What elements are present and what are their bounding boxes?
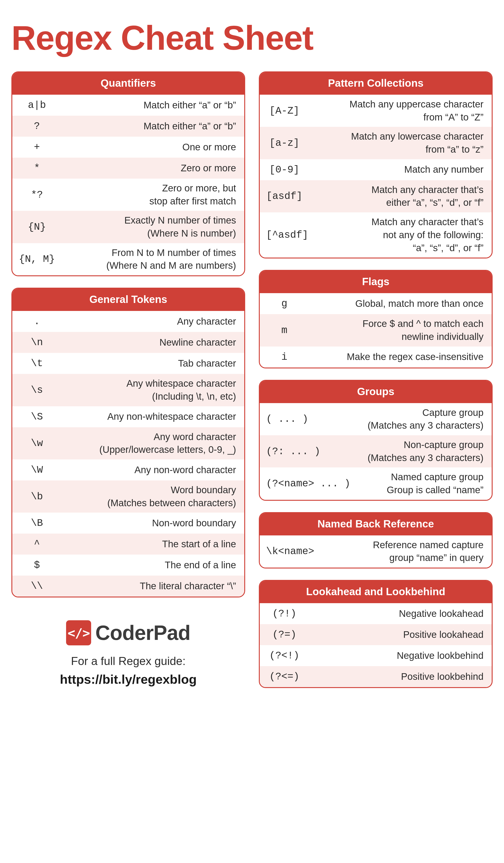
regex-token: . — [19, 316, 60, 327]
token-description: Any whitespace character(Including \t, \… — [60, 377, 236, 403]
token-description: Any word character(Upper/lowercase lette… — [60, 430, 236, 456]
token-description: Reference named capturegroup “name” in q… — [319, 539, 483, 564]
table-row: mForce $ and ^ to match eachnewline indi… — [260, 314, 492, 346]
card: Pattern Collections[A-Z]Match any upperc… — [259, 72, 493, 259]
regex-token: {N, M} — [19, 253, 60, 265]
card-body: a|bMatch either “a” or “b”?Match either … — [12, 95, 244, 275]
regex-token: \w — [19, 438, 60, 449]
regex-token: m — [266, 325, 307, 336]
regex-token: * — [19, 162, 60, 174]
table-row: .Any character — [12, 311, 244, 332]
table-row: +One or more — [12, 137, 244, 158]
regex-token: g — [266, 298, 307, 309]
token-description: Any non-word character — [60, 464, 236, 477]
token-description: Non-capture group(Matches any 3 characte… — [325, 438, 483, 464]
table-row: [^asdf]Match any character that’snot any… — [260, 212, 492, 258]
guide-text: For a full Regex guide: — [11, 654, 245, 668]
token-description: Make the regex case-insensitive — [307, 350, 483, 363]
token-description: Non-word boundary — [60, 517, 236, 530]
card-body: [A-Z]Match any uppercase characterfrom “… — [260, 95, 492, 258]
regex-token: (?<name> ... ) — [266, 478, 355, 489]
regex-token: i — [266, 351, 307, 363]
token-description: Negative lookbehind — [307, 649, 483, 662]
right-column: Pattern Collections[A-Z]Match any upperc… — [259, 72, 493, 688]
card-body: \k<name>Reference named capturegroup “na… — [260, 535, 492, 567]
table-row: \bWord boundary(Matches between characte… — [12, 480, 244, 513]
card-body: (?!)Negative lookahead(?=)Positive looka… — [260, 603, 492, 687]
table-row: ^The start of a line — [12, 534, 244, 554]
token-description: One or more — [60, 141, 236, 154]
footer: </>CoderPadFor a full Regex guide:https:… — [11, 620, 245, 687]
brand-name: CoderPad — [95, 621, 190, 645]
table-row: (?: ... )Non-capture group(Matches any 3… — [260, 435, 492, 467]
card-header: General Tokens — [12, 289, 244, 311]
card-header: Groups — [260, 381, 492, 403]
table-row: \BNon-word boundary — [12, 513, 244, 534]
regex-token: \S — [19, 411, 60, 423]
table-row: \nNewline character — [12, 332, 244, 353]
table-row: *?Zero or more, butstop after first matc… — [12, 179, 244, 211]
table-row: *Zero or more — [12, 158, 244, 179]
token-description: Match either “a” or “b” — [60, 120, 236, 133]
regex-token: (?=) — [266, 629, 307, 640]
table-row: [a-z]Match any lowercase characterfrom “… — [260, 127, 492, 159]
token-description: Negative lookahead — [307, 607, 483, 620]
regex-token: (?<!) — [266, 650, 307, 661]
card: Lookahead and Lookbehind(?!)Negative loo… — [259, 580, 493, 688]
table-row: (?=)Positive lookahead — [260, 624, 492, 645]
table-row: \SAny non-whitespace character — [12, 406, 244, 427]
regex-token: [0-9] — [266, 164, 307, 175]
card-header: Pattern Collections — [260, 72, 492, 95]
page-title: Regex Cheat Sheet — [11, 18, 493, 58]
table-row: iMake the regex case-insensitive — [260, 347, 492, 367]
token-description: The literal character “\” — [60, 580, 236, 593]
regex-token: [A-Z] — [266, 105, 307, 116]
regex-token: \t — [19, 358, 60, 369]
regex-token: \k<name> — [266, 546, 319, 557]
table-row: (?<=)Positive lookbehind — [260, 666, 492, 687]
table-row: \WAny non-word character — [12, 460, 244, 480]
card: General Tokens.Any character\nNewline ch… — [11, 288, 245, 598]
regex-token: ? — [19, 121, 60, 132]
token-description: Match any character that’seither “a”, “s… — [307, 184, 483, 209]
card: FlagsgGlobal, match more than oncemForce… — [259, 270, 493, 368]
regex-token: \b — [19, 491, 60, 502]
card: Groups( ... )Capture group(Matches any 3… — [259, 380, 493, 501]
token-description: The end of a line — [60, 559, 236, 572]
table-row: $The end of a line — [12, 554, 244, 576]
table-row: \wAny word character(Upper/lowercase let… — [12, 427, 244, 460]
token-description: Capture group(Matches any 3 characters) — [313, 406, 483, 432]
table-row: {N, M}From N to M number of times(Where … — [12, 243, 244, 275]
regex-token: ( ... ) — [266, 413, 313, 425]
token-description: Match any lowercase characterfrom “a” to… — [307, 130, 483, 156]
regex-token: (?<=) — [266, 671, 307, 682]
table-row: ( ... )Capture group(Matches any 3 chara… — [260, 403, 492, 435]
table-row: a|bMatch either “a” or “b” — [12, 95, 244, 116]
regex-token: \s — [19, 384, 60, 396]
token-description: Global, match more than once — [307, 297, 483, 310]
regex-token: [a-z] — [266, 137, 307, 149]
regex-token: *? — [19, 189, 60, 201]
table-row: (?<name> ... )Named capture groupGroup i… — [260, 467, 492, 500]
regex-token: \W — [19, 464, 60, 476]
token-description: Force $ and ^ to match eachnewline indiv… — [307, 317, 483, 343]
token-description: Any character — [60, 315, 236, 328]
brand: </>CoderPad — [66, 620, 190, 646]
table-row: (?<!)Negative lookbehind — [260, 645, 492, 666]
regex-token: $ — [19, 559, 60, 571]
table-row: \k<name>Reference named capturegroup “na… — [260, 535, 492, 567]
regex-token: a|b — [19, 99, 60, 111]
table-row: ?Match either “a” or “b” — [12, 116, 244, 137]
token-description: Positive lookahead — [307, 628, 483, 641]
columns: Quantifiersa|bMatch either “a” or “b”?Ma… — [11, 72, 493, 688]
token-description: Match any character that’snot any of the… — [313, 216, 483, 254]
card-body: gGlobal, match more than oncemForce $ an… — [260, 293, 492, 367]
guide-link: https://bit.ly/regexblog — [11, 672, 245, 687]
token-description: From N to M number of times(Where N and … — [60, 246, 236, 272]
card-header: Quantifiers — [12, 72, 244, 95]
token-description: Newline character — [60, 336, 236, 349]
token-description: Named capture groupGroup is called “name… — [355, 471, 483, 497]
regex-token: + — [19, 141, 60, 153]
table-row: [asdf]Match any character that’seither “… — [260, 180, 492, 212]
card-body: .Any character\nNewline character\tTab c… — [12, 311, 244, 597]
